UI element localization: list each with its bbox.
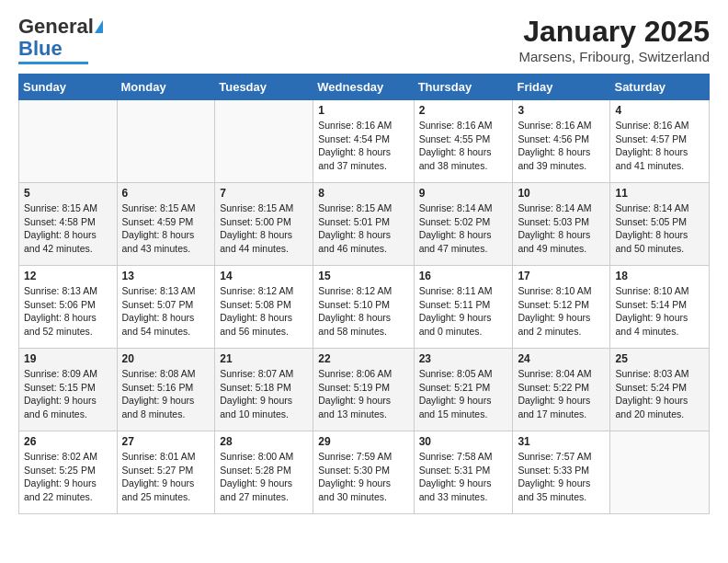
day-cell-13: 13Sunrise: 8:13 AM Sunset: 5:07 PM Dayli… [117, 266, 215, 349]
day-number: 22 [318, 352, 408, 365]
day-number: 27 [122, 435, 210, 448]
day-number: 21 [220, 352, 308, 365]
day-info: Sunrise: 8:06 AM Sunset: 5:19 PM Dayligh… [318, 367, 408, 421]
day-info: Sunrise: 8:15 AM Sunset: 5:00 PM Dayligh… [220, 201, 308, 256]
day-cell-19: 19Sunrise: 8:09 AM Sunset: 5:15 PM Dayli… [19, 349, 118, 431]
week-row-4: 19Sunrise: 8:09 AM Sunset: 5:15 PM Dayli… [19, 349, 710, 431]
day-header-friday: Friday [513, 75, 610, 100]
day-number: 8 [318, 187, 408, 200]
day-cell-1: 1Sunrise: 8:16 AM Sunset: 4:54 PM Daylig… [313, 100, 414, 183]
day-info: Sunrise: 8:01 AM Sunset: 5:27 PM Dayligh… [122, 450, 210, 504]
day-cell-5: 5Sunrise: 8:15 AM Sunset: 4:58 PM Daylig… [19, 183, 118, 266]
day-number: 9 [419, 187, 508, 200]
day-info: Sunrise: 8:15 AM Sunset: 4:58 PM Dayligh… [24, 201, 112, 256]
day-cell-3: 3Sunrise: 8:16 AM Sunset: 4:56 PM Daylig… [513, 100, 610, 183]
day-cell-18: 18Sunrise: 8:10 AM Sunset: 5:14 PM Dayli… [610, 266, 710, 349]
day-number: 17 [518, 270, 605, 282]
day-info: Sunrise: 8:16 AM Sunset: 4:57 PM Dayligh… [615, 119, 704, 173]
day-info: Sunrise: 8:15 AM Sunset: 5:01 PM Dayligh… [318, 201, 408, 256]
day-info: Sunrise: 7:58 AM Sunset: 5:31 PM Dayligh… [419, 450, 508, 504]
week-row-1: 1Sunrise: 8:16 AM Sunset: 4:54 PM Daylig… [19, 100, 710, 183]
day-info: Sunrise: 8:10 AM Sunset: 5:14 PM Dayligh… [615, 284, 704, 339]
day-cell-6: 6Sunrise: 8:15 AM Sunset: 4:59 PM Daylig… [117, 183, 215, 266]
day-cell-7: 7Sunrise: 8:15 AM Sunset: 5:00 PM Daylig… [215, 183, 313, 266]
day-cell-26: 26Sunrise: 8:02 AM Sunset: 5:25 PM Dayli… [19, 431, 118, 514]
day-info: Sunrise: 7:57 AM Sunset: 5:33 PM Dayligh… [518, 450, 605, 504]
day-info: Sunrise: 7:59 AM Sunset: 5:30 PM Dayligh… [318, 450, 408, 504]
day-cell-25: 25Sunrise: 8:03 AM Sunset: 5:24 PM Dayli… [610, 349, 710, 431]
day-number: 28 [220, 435, 308, 448]
empty-cell [117, 100, 215, 183]
day-header-saturday: Saturday [610, 75, 710, 100]
day-info: Sunrise: 8:03 AM Sunset: 5:24 PM Dayligh… [615, 367, 704, 421]
day-cell-8: 8Sunrise: 8:15 AM Sunset: 5:01 PM Daylig… [313, 183, 414, 266]
day-info: Sunrise: 8:16 AM Sunset: 4:54 PM Dayligh… [318, 119, 408, 173]
day-number: 11 [615, 187, 704, 200]
day-info: Sunrise: 8:08 AM Sunset: 5:16 PM Dayligh… [122, 367, 210, 421]
day-cell-15: 15Sunrise: 8:12 AM Sunset: 5:10 PM Dayli… [313, 266, 414, 349]
empty-cell [610, 431, 710, 514]
logo-blue: Blue [18, 37, 63, 61]
day-header-thursday: Thursday [414, 75, 513, 100]
day-cell-23: 23Sunrise: 8:05 AM Sunset: 5:21 PM Dayli… [414, 349, 513, 431]
day-cell-29: 29Sunrise: 7:59 AM Sunset: 5:30 PM Dayli… [313, 431, 414, 514]
day-info: Sunrise: 8:07 AM Sunset: 5:18 PM Dayligh… [220, 367, 308, 421]
logo-general: General [18, 15, 94, 39]
day-info: Sunrise: 8:12 AM Sunset: 5:10 PM Dayligh… [318, 284, 408, 339]
day-cell-14: 14Sunrise: 8:12 AM Sunset: 5:08 PM Dayli… [215, 266, 313, 349]
day-info: Sunrise: 8:05 AM Sunset: 5:21 PM Dayligh… [419, 367, 508, 421]
day-info: Sunrise: 8:00 AM Sunset: 5:28 PM Dayligh… [220, 450, 308, 504]
day-cell-12: 12Sunrise: 8:13 AM Sunset: 5:06 PM Dayli… [19, 266, 118, 349]
day-header-wednesday: Wednesday [313, 75, 414, 100]
empty-cell [215, 100, 313, 183]
header: General Blue January 2025 Marsens, Fribo… [18, 15, 710, 64]
days-header-row: SundayMondayTuesdayWednesdayThursdayFrid… [19, 75, 710, 100]
title-block: January 2025 Marsens, Fribourg, Switzerl… [518, 15, 710, 64]
day-info: Sunrise: 8:14 AM Sunset: 5:03 PM Dayligh… [518, 201, 605, 256]
day-number: 12 [24, 270, 112, 282]
day-number: 29 [318, 435, 408, 448]
week-row-3: 12Sunrise: 8:13 AM Sunset: 5:06 PM Dayli… [19, 266, 710, 349]
day-cell-20: 20Sunrise: 8:08 AM Sunset: 5:16 PM Dayli… [117, 349, 215, 431]
day-number: 2 [419, 104, 508, 117]
day-info: Sunrise: 8:04 AM Sunset: 5:22 PM Dayligh… [518, 367, 605, 421]
day-cell-11: 11Sunrise: 8:14 AM Sunset: 5:05 PM Dayli… [610, 183, 710, 266]
day-number: 1 [318, 104, 408, 117]
day-info: Sunrise: 8:15 AM Sunset: 4:59 PM Dayligh… [122, 201, 210, 256]
day-number: 23 [419, 352, 508, 365]
day-cell-21: 21Sunrise: 8:07 AM Sunset: 5:18 PM Dayli… [215, 349, 313, 431]
day-number: 19 [24, 352, 112, 365]
day-cell-30: 30Sunrise: 7:58 AM Sunset: 5:31 PM Dayli… [414, 431, 513, 514]
day-cell-9: 9Sunrise: 8:14 AM Sunset: 5:02 PM Daylig… [414, 183, 513, 266]
day-cell-10: 10Sunrise: 8:14 AM Sunset: 5:03 PM Dayli… [513, 183, 610, 266]
day-number: 31 [518, 435, 605, 448]
day-header-tuesday: Tuesday [215, 75, 313, 100]
day-number: 30 [419, 435, 508, 448]
day-header-monday: Monday [117, 75, 215, 100]
day-info: Sunrise: 8:12 AM Sunset: 5:08 PM Dayligh… [220, 284, 308, 339]
day-info: Sunrise: 8:10 AM Sunset: 5:12 PM Dayligh… [518, 284, 605, 339]
day-cell-17: 17Sunrise: 8:10 AM Sunset: 5:12 PM Dayli… [513, 266, 610, 349]
day-number: 20 [122, 352, 210, 365]
day-number: 16 [419, 270, 508, 282]
logo-underline [18, 62, 88, 64]
day-number: 4 [615, 104, 704, 117]
day-header-sunday: Sunday [19, 75, 118, 100]
day-number: 10 [518, 187, 605, 200]
day-cell-4: 4Sunrise: 8:16 AM Sunset: 4:57 PM Daylig… [610, 100, 710, 183]
day-number: 24 [518, 352, 605, 365]
day-number: 13 [122, 270, 210, 282]
week-row-2: 5Sunrise: 8:15 AM Sunset: 4:58 PM Daylig… [19, 183, 710, 266]
day-number: 5 [24, 187, 112, 200]
day-info: Sunrise: 8:13 AM Sunset: 5:07 PM Dayligh… [122, 284, 210, 339]
empty-cell [19, 100, 118, 183]
day-number: 15 [318, 270, 408, 282]
day-number: 3 [518, 104, 605, 117]
day-number: 7 [220, 187, 308, 200]
day-number: 6 [122, 187, 210, 200]
calendar-table: SundayMondayTuesdayWednesdayThursdayFrid… [18, 74, 710, 514]
month-title: January 2025 [518, 15, 710, 49]
page: General Blue January 2025 Marsens, Fribo… [0, 0, 728, 529]
day-cell-27: 27Sunrise: 8:01 AM Sunset: 5:27 PM Dayli… [117, 431, 215, 514]
logo: General Blue [18, 15, 103, 64]
